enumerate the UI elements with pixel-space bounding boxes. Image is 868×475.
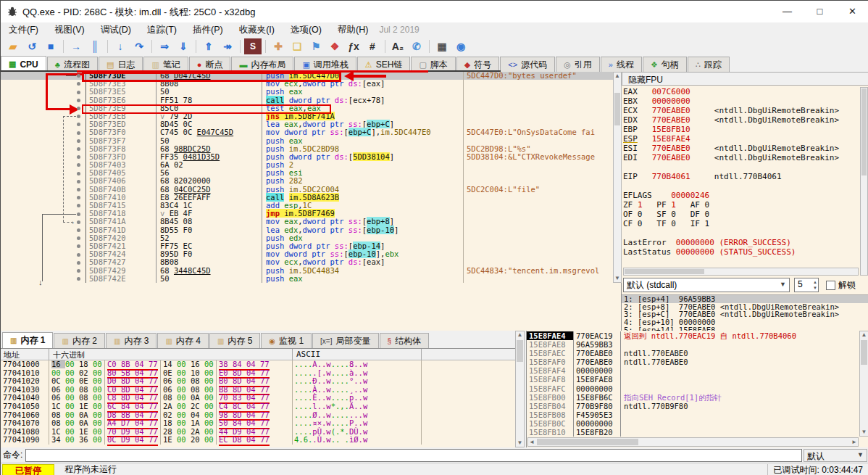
breakpoint-dot[interactable] (77, 212, 80, 216)
skip-icon[interactable]: ⇒ (156, 38, 173, 54)
arg-count-spinner[interactable]: 5▲▼ (794, 278, 819, 292)
breakpoint-dot[interactable] (77, 220, 80, 224)
breakpoint-dot[interactable] (77, 107, 80, 110)
tab-调用堆栈[interactable]: ▣调用堆栈 (294, 57, 356, 72)
tab-内存 1[interactable]: ▥内存 1 (2, 332, 53, 348)
register-line[interactable] (623, 181, 859, 191)
disasm-row[interactable]: 5D8F742E50push eax (1, 275, 613, 283)
tab-内存 2[interactable]: ▥内存 2 (54, 333, 104, 348)
tab-引用[interactable]: ◎引用 (556, 57, 600, 72)
register-line[interactable]: ZF 1 PF 1 AF 0 (623, 200, 859, 210)
menu-帮助(H)[interactable]: 帮助(H) (330, 22, 376, 37)
comments-icon[interactable]: ❏ (288, 38, 306, 54)
breakpoint-dot[interactable] (77, 228, 80, 232)
stack-row[interactable]: 15E8FB0C00000000 (527, 419, 859, 428)
breakpoint-dot[interactable] (77, 131, 80, 135)
tab-流程图[interactable]: ♣流程图 (47, 57, 98, 72)
dump-row[interactable]: 7704109034 00 36 000C D9 04 771E 00 20 0… (1, 436, 515, 445)
register-line[interactable]: LastStatus 00000000 (STATUS_SUCCESS) (623, 247, 859, 257)
register-line[interactable]: ESI 770EABE0 <ntdll.DbgUiRemoteBreakin> (623, 144, 859, 153)
minimize-button[interactable]: — (771, 1, 804, 22)
register-line[interactable]: EFLAGS 00000246 (623, 191, 859, 200)
calculator-icon[interactable]: ▦ (433, 38, 451, 54)
globe-icon[interactable]: ◉ (452, 38, 470, 54)
breakpoint-dot[interactable] (77, 172, 80, 175)
dump-vscrollbar[interactable]: ▲ ▼ (515, 331, 525, 447)
register-line[interactable]: EDX 770EABE0 <ntdll.DbgUiRemoteBreakin> (623, 115, 859, 125)
step-over-icon[interactable]: ↷ (130, 38, 148, 54)
tab-源代码[interactable]: <>源代码 (500, 57, 555, 72)
stack-row[interactable]: 15E8FAF815E8FAE8 (527, 375, 859, 384)
script-icon[interactable]: S (244, 38, 262, 54)
stack-row[interactable]: 15E8FAE4770EAC19返回到 ntdll.770EAC19 自 ntd… (527, 331, 859, 340)
functions-icon[interactable]: ƒx (345, 38, 362, 54)
breakpoint-dot[interactable] (77, 261, 80, 265)
tab-内存布局[interactable]: ▬内存布局 (231, 57, 293, 72)
stack-row[interactable]: 15E8FAE896A59BB3 (527, 340, 859, 349)
stack-row[interactable]: 15E8FB04770B9F80ntdll.770B9F80 (527, 402, 859, 410)
tab-内存 3[interactable]: ▥内存 3 (106, 333, 157, 348)
assembler-icon[interactable]: A₂ (389, 38, 406, 54)
pause-icon[interactable]: ║ (86, 38, 104, 54)
stack-row[interactable]: 15E8FB08F45905E3 (527, 410, 859, 419)
command-profile-dropdown[interactable]: 默认▼ (804, 449, 867, 462)
tab-局部变量[interactable]: [x=]局部变量 (312, 333, 378, 348)
register-line[interactable]: EDI 770EABE0 <ntdll.DbgUiRemoteBreakin> (623, 153, 859, 162)
register-line[interactable]: EBX 00000000 (623, 96, 859, 106)
stack-row[interactable]: 15E8FB0015E8FB6C指向SEH_Record[1]的指针 (527, 393, 859, 402)
menu-视图(V)[interactable]: 视图(V) (46, 22, 93, 37)
disasm-row[interactable]: 5D8F742968 3448C45Dpush im.5DC448345DC44… (1, 267, 613, 275)
register-line[interactable]: EBP 15E8FB10 (623, 125, 859, 134)
stack-vscrollbar[interactable]: ▲ ▼ (859, 331, 868, 437)
register-line[interactable]: EAX 007C6000 (623, 87, 859, 96)
step-out-icon[interactable]: ⇑ (200, 38, 217, 54)
stack-hscrollbar[interactable]: ◄ ► (527, 437, 859, 447)
disasm-row[interactable]: 5D8F73F0C745 0C E047C45Dmov dword ptr ss… (1, 128, 613, 136)
tab-CPU[interactable]: ▦CPU (1, 56, 46, 72)
tab-结构体[interactable]: §结构体 (380, 333, 430, 348)
run-to-user-code-icon[interactable]: ↠ (219, 38, 236, 54)
register-line[interactable]: EIP 770B4061 ntdll.770B4061 (623, 172, 859, 181)
tab-断点[interactable]: ●断点 (189, 57, 231, 72)
breakpoint-dot[interactable] (77, 253, 80, 257)
execute-till-return-icon[interactable]: ⇓ (175, 38, 192, 54)
menu-插件(P)[interactable]: 插件(P) (185, 22, 231, 37)
analysis-icon[interactable]: # (364, 38, 381, 54)
menu-选项(O)[interactable]: 选项(O) (283, 22, 330, 37)
stack-row[interactable]: 15E8FAEC770EABE0ntdll.770EABE0 (527, 349, 859, 358)
tab-内存 4[interactable]: ▥内存 4 (157, 333, 208, 348)
registers-hscrollbar[interactable] (623, 268, 859, 276)
labels-icon[interactable]: ⚑ (307, 38, 325, 54)
calling-convention-dropdown[interactable]: 默认 (stdcall)▼ (623, 278, 790, 292)
unlock-checkbox[interactable] (826, 281, 835, 290)
tab-句柄[interactable]: ❖句柄 (643, 57, 687, 72)
breakpoint-dot[interactable] (77, 99, 80, 102)
menu-追踪(T)[interactable]: 追踪(T) (139, 22, 185, 37)
register-line[interactable]: OF 0 SF 0 DF 0 (623, 210, 859, 219)
breakpoint-dot[interactable] (77, 180, 80, 183)
menu-收藏夹(I)[interactable]: 收藏夹(I) (231, 22, 283, 37)
breakpoint-dot[interactable] (77, 91, 80, 94)
breakpoint-dot[interactable] (77, 139, 80, 143)
tab-日志[interactable]: ▤日志 (99, 57, 143, 72)
tab-监视 1[interactable]: ◉监视 1 (261, 333, 312, 348)
register-line[interactable]: ECX 770EABE0 <ntdll.DbgUiRemoteBreakin> (623, 106, 859, 115)
stop-icon[interactable]: ■ (42, 38, 59, 54)
registers-vscrollbar[interactable] (860, 87, 868, 276)
tab-符号[interactable]: ◆符号 (456, 57, 499, 72)
debug-device-icon[interactable]: ✆ (408, 38, 425, 54)
stack-row[interactable]: 15E8FAF400000000 (527, 366, 859, 375)
stack-row[interactable]: 15E8FAFC00000000 (527, 384, 859, 393)
breakpoint-dot[interactable] (77, 147, 80, 151)
bookmarks-icon[interactable]: ❖ (326, 38, 343, 54)
close-button[interactable]: ✕ (836, 1, 868, 22)
register-line[interactable] (623, 162, 859, 172)
register-line[interactable]: CF 0 TF 0 IF 1 (623, 219, 859, 228)
maximize-button[interactable]: □ (804, 1, 836, 22)
tab-跟踪[interactable]: ∴跟踪 (688, 57, 730, 72)
menu-文件(F)[interactable]: 文件(F) (1, 22, 46, 37)
open-file-icon[interactable]: ▰ (4, 38, 22, 54)
tab-内存 5[interactable]: ▥内存 5 (209, 333, 260, 348)
register-line[interactable]: ESP 15E8FAE4 (623, 134, 859, 144)
menu-调试(D)[interactable]: 调试(D) (93, 22, 139, 37)
